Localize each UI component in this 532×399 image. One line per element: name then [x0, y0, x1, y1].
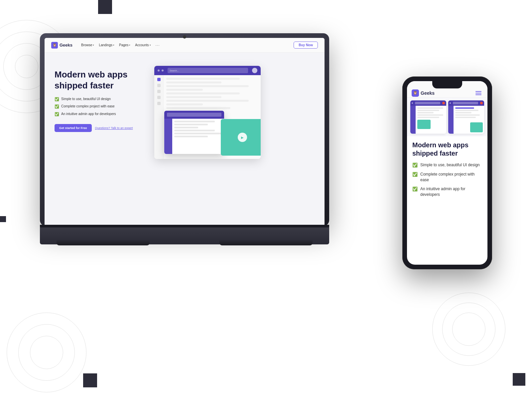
feature-text-1: Simple to use, beautiful UI design: [61, 97, 111, 101]
nav-item-accounts[interactable]: Accounts ▾: [135, 43, 151, 47]
feature-item-3: ✅ An intuitive admin app for developers: [55, 112, 148, 117]
hero-left-content: Modern web apps shipped faster ✅ Simple …: [55, 63, 148, 226]
app-screenshot-main: Search...: [154, 66, 261, 159]
laptop-foot-right: [219, 240, 313, 245]
check-icon-2: ✅: [55, 104, 59, 109]
play-button[interactable]: ▶: [238, 133, 247, 142]
logo-icon: 🦉: [51, 42, 58, 49]
overlay-sidebar: [164, 119, 172, 154]
phone-logo: 🦉 Geeks: [412, 89, 435, 97]
decorative-square: [83, 373, 97, 387]
app-sidebar: [154, 75, 164, 159]
feature-text-3: An intuitive admin app for developers: [61, 112, 116, 116]
content-line-5: [166, 92, 240, 94]
decorative-circle: [442, 303, 495, 356]
overlay-line-4: [174, 130, 215, 131]
preview-line-4: [417, 114, 443, 116]
laptop-hero-section: Modern web apps shipped faster ✅ Simple …: [45, 53, 325, 226]
website-navbar: 🦉 Geeks Browse ▾ Landings ▾ Pages ▾ Acco…: [45, 38, 325, 53]
phone-hero-content: Modern web apps shipped faster ✅ Simple …: [407, 136, 487, 205]
nav-more-dots[interactable]: ···: [156, 43, 160, 48]
hero-title: Modern web apps shipped faster: [55, 69, 148, 91]
laptop-foot-left: [57, 240, 150, 245]
preview-header-2: [448, 100, 484, 106]
overlay-line-5: [174, 133, 222, 134]
preview-line-5: [417, 117, 439, 118]
laptop-mockup: 🦉 Geeks Browse ▾ Landings ▾ Pages ▾ Acco…: [40, 33, 329, 273]
phone-notch: [432, 81, 462, 88]
nav-item-landings[interactable]: Landings ▾: [99, 43, 114, 47]
nav-item-pages[interactable]: Pages ▾: [119, 43, 130, 47]
phone-feature-list: ✅ Simple to use, beautiful UI design ✅ C…: [412, 162, 482, 197]
decorative-square: [0, 216, 6, 222]
preview2-line-3: [455, 112, 471, 113]
preview-sidebar-1: [410, 106, 416, 134]
preview2-line-4: [455, 114, 480, 116]
site-logo: 🦉 Geeks: [51, 42, 72, 49]
overlay-search: [167, 113, 221, 117]
preview-line-2: [417, 110, 439, 111]
nav-items: Browse ▾ Landings ▾ Pages ▾ Accounts ▾ ·…: [81, 43, 160, 48]
hamburger-line-1: [475, 91, 481, 92]
decorative-circle: [452, 313, 485, 346]
content-line-2: [166, 81, 221, 83]
app-dot-1: [158, 69, 160, 71]
phone-feature-1: ✅ Simple to use, beautiful UI design: [412, 162, 482, 168]
decorative-circle: [15, 55, 38, 78]
hamburger-menu-button[interactable]: [474, 90, 483, 96]
preview2-line-1: [455, 107, 474, 109]
app-avatar: [252, 68, 257, 73]
preview2-line-2: [455, 110, 478, 111]
feature-list: ✅ Simple to use, beautiful UI design ✅ C…: [55, 97, 148, 117]
check-icon-3: ✅: [55, 112, 59, 117]
laptop-body: 🦉 Geeks Browse ▾ Landings ▾ Pages ▾ Acco…: [40, 33, 329, 226]
overlay-line-1: [174, 121, 215, 122]
preview-line-3: [417, 112, 434, 113]
feature-text-2: Complete complex project with ease: [61, 104, 115, 109]
buy-now-button[interactable]: Buy Now: [294, 42, 318, 49]
preview-body-2: [448, 106, 484, 134]
phone-preview-card-1: [410, 100, 446, 134]
phone-frame: 🦉 Geeks: [402, 76, 492, 269]
sidebar-icon-home: [157, 78, 161, 81]
laptop-hinge: [40, 225, 329, 227]
overlay-line-6: [174, 136, 208, 137]
phone-check-1: ✅: [412, 162, 418, 168]
phone-feature-text-2: Complete complex project with ease: [420, 172, 482, 183]
phone-feature-2: ✅ Complete complex project with ease: [412, 172, 482, 183]
get-started-button[interactable]: Get started for Free: [55, 124, 92, 132]
phone-mockup: 🦉 Geeks: [402, 76, 492, 269]
search-placeholder: Search...: [170, 69, 179, 72]
phone-app-previews: [407, 98, 487, 136]
phone-feature-text-1: Simple to use, beautiful UI design: [420, 162, 480, 168]
decorative-circle: [432, 293, 505, 366]
preview-sidebar-2: [448, 106, 454, 134]
sidebar-icon-1: [157, 84, 161, 87]
preview-body-1: [410, 106, 446, 134]
preview-line-1: [417, 107, 443, 109]
phone-logo-text: Geeks: [421, 90, 435, 96]
nav-item-browse[interactable]: Browse ▾: [81, 43, 94, 47]
preview-teal-block: [417, 120, 431, 129]
laptop-screen: 🦉 Geeks Browse ▾ Landings ▾ Pages ▾ Acco…: [45, 38, 325, 226]
decorative-circle: [7, 313, 86, 392]
content-line-8: [166, 103, 203, 105]
app-search-bar: Search...: [168, 68, 248, 73]
hamburger-line-3: [475, 94, 481, 95]
sidebar-icon-3: [157, 96, 161, 99]
preview-search-2: [453, 102, 478, 104]
content-line-4: [166, 89, 203, 91]
talk-to-expert-link[interactable]: Questions? Talk to an expert: [95, 126, 133, 130]
preview-search-1: [415, 102, 440, 104]
content-line-6: [166, 96, 221, 98]
logo-text: Geeks: [60, 43, 72, 48]
content-line-9: [166, 107, 230, 109]
preview2-line-5: [455, 117, 476, 118]
decorative-circle: [30, 336, 63, 369]
content-lines: [166, 78, 258, 109]
app-dot-2: [162, 69, 164, 71]
hero-app-preview: Search...: [154, 63, 315, 226]
hamburger-line-2: [475, 93, 481, 93]
decorative-square: [513, 373, 525, 386]
phone-feature-text-3: An intuitive admin app for developers: [420, 186, 482, 198]
